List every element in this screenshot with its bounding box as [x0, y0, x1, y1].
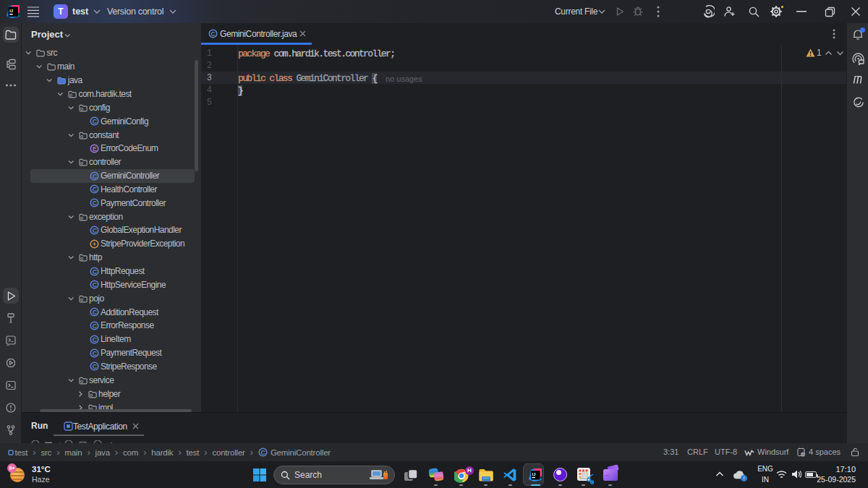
svg-text:IJ: IJ	[532, 472, 536, 476]
svg-text:IJ: IJ	[9, 9, 13, 13]
